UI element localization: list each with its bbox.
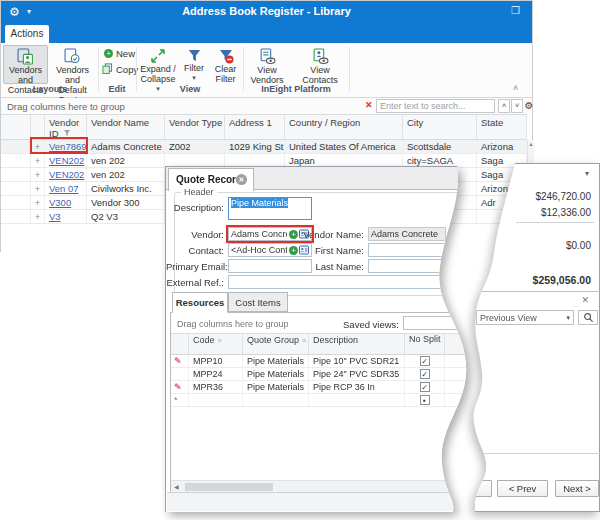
tab-resources[interactable]: Resources: [172, 292, 228, 313]
column-header-vendor-type[interactable]: Vendor Type: [165, 115, 225, 139]
last-name-field[interactable]: [368, 259, 446, 273]
saved-view-combo[interactable]: Previous View ▾: [476, 310, 574, 325]
footer-divider: [470, 453, 600, 454]
panel-close-icon[interactable]: ✕: [581, 295, 589, 305]
prev-button[interactable]: < Prev: [497, 480, 548, 497]
screenshot-stage: ⚙ ▾ Address Book Register - Library ❐ Ac…: [0, 0, 600, 520]
total-amount: $259,056.00: [533, 274, 591, 286]
resources-header-row: Code≡ Quote Group≡ Description No Split: [171, 333, 473, 355]
search-prev-button[interactable]: ˄: [498, 99, 510, 113]
button-label: Expand / Collapse: [139, 64, 177, 84]
contact-label: Contact:: [166, 245, 224, 256]
tab-cost-items[interactable]: Cost Items: [228, 292, 288, 312]
row-expander-icon[interactable]: +: [31, 210, 45, 223]
clear-search-icon[interactable]: ✕: [365, 100, 373, 110]
quote-amount: $246,720.00: [535, 191, 591, 202]
scroll-up-icon[interactable]: ▲: [529, 141, 534, 147]
column-header-description[interactable]: Description: [309, 334, 405, 354]
vendor-label: Vendor:: [166, 229, 224, 240]
no-split-checkbox[interactable]: ✓: [420, 356, 430, 366]
vendor-id-link[interactable]: V300: [49, 197, 71, 208]
no-split-checkbox[interactable]: ✓: [420, 382, 430, 392]
row-expander-icon[interactable]: +: [31, 154, 45, 167]
column-header-no-split[interactable]: No Split: [405, 334, 445, 354]
saved-views-combo[interactable]: [403, 316, 469, 330]
quote-record-dialog-right: ▾ $246,720.00 $12,336.00 $0.00 $259,056.…: [470, 163, 600, 512]
new-resource-row[interactable]: * ▪: [171, 394, 473, 407]
resource-row[interactable]: MPP24 Pipe Materials Pipe 24" PVC SDR35 …: [171, 368, 473, 381]
filter-icon: [187, 48, 202, 63]
vendors-and-contacts-button[interactable]: Vendors and Contacts: [3, 45, 48, 84]
combo-caret-icon: ▾: [566, 314, 570, 322]
clear-filter-button[interactable]: Clear Filter: [210, 45, 241, 84]
copy-button[interactable]: Copy: [102, 63, 138, 76]
column-header-city[interactable]: City: [403, 115, 477, 139]
vendor-id-link[interactable]: V3: [49, 211, 61, 222]
scrollbar-thumb[interactable]: [185, 483, 273, 491]
vendor-id-link[interactable]: VEN202: [49, 155, 84, 166]
filter-button[interactable]: Filter ▾: [180, 45, 208, 84]
vendors-and-default-quotes-button[interactable]: Vendors and Default Quotes: [49, 45, 96, 84]
button-label: View Contacts: [295, 65, 345, 85]
expand-collapse-button[interactable]: Expand / Collapse ▾: [138, 45, 178, 84]
button-label: View Vendors: [243, 65, 291, 85]
clear-filter-icon: [218, 48, 234, 64]
quote-record-dialog: Quote Record ✕ Header Description: Pipe …: [165, 166, 477, 512]
search-input[interactable]: [376, 99, 495, 113]
ribbon: Vendors and Contacts Vendors and Default…: [1, 43, 532, 98]
selected-text: Pipe Materials: [231, 198, 288, 208]
primary-email-label: Primary Email:: [166, 261, 224, 272]
column-header-vendor-name[interactable]: Vendor Name: [87, 115, 165, 139]
external-ref-field[interactable]: [228, 275, 468, 289]
window-restore-icon[interactable]: ❐: [511, 5, 520, 16]
next-button[interactable]: Next >: [555, 480, 599, 497]
column-header-vendor-id[interactable]: Vendor ID: [45, 115, 87, 139]
view-contacts-button[interactable]: View Contacts: [294, 45, 346, 84]
window-title: Address Book Register - Library: [1, 5, 532, 17]
tab-actions[interactable]: Actions: [5, 25, 49, 43]
header-expander-cell: [31, 115, 45, 139]
tax-amount: $12,336.00: [541, 207, 591, 218]
new-row-icon: *: [171, 394, 189, 406]
column-header-address1[interactable]: Address 1: [225, 115, 285, 139]
first-name-field[interactable]: [368, 243, 446, 257]
vendor-id-link[interactable]: VEN202: [49, 169, 84, 180]
resources-horizontal-scrollbar[interactable]: ◀: [171, 480, 473, 492]
column-header-code[interactable]: Code≡: [189, 334, 243, 354]
vendor-id-link[interactable]: Ven 07: [49, 183, 79, 194]
resource-row[interactable]: ✎ MPR36 Pipe Materials Pipe RCP 36 In ✓: [171, 381, 473, 394]
no-split-checkbox[interactable]: ▪: [420, 395, 430, 405]
column-header-state[interactable]: State: [477, 115, 527, 139]
view-vendors-icon: [259, 48, 276, 65]
row-expander-icon[interactable]: +: [31, 182, 45, 195]
vendor-id-annotation-box: [30, 137, 88, 154]
tab-close-icon[interactable]: ✕: [236, 174, 247, 185]
tab-label: Quote Record: [176, 174, 242, 185]
expand-collapse-icon: [150, 48, 166, 64]
column-header-country[interactable]: Country / Region: [285, 115, 403, 139]
view-search-button[interactable]: [578, 310, 598, 325]
group-label-platform: InEight Platform: [244, 84, 348, 94]
titlebar: ⚙ ▾ Address Book Register - Library ❐: [1, 1, 532, 23]
scroll-left-icon[interactable]: ◀: [174, 483, 179, 490]
row-edited-pencil-icon: ✎: [171, 355, 189, 367]
sort-icon: ≡: [218, 337, 222, 344]
view-vendors-button[interactable]: View Vendors: [242, 45, 292, 84]
resource-row[interactable]: ✎ MPP10 Pipe Materials Pipe 10" PVC SDR2…: [171, 355, 473, 368]
description-field[interactable]: Pipe Materials: [228, 197, 312, 220]
row-expander-icon[interactable]: +: [31, 168, 45, 181]
new-plus-icon: +: [104, 49, 113, 58]
resources-body: ✎ MPP10 Pipe Materials Pipe 10" PVC SDR2…: [171, 355, 473, 407]
panel-dropdown-caret-icon[interactable]: ▾: [585, 169, 589, 178]
dialog-footer: [167, 492, 477, 511]
button-label: New: [116, 48, 135, 59]
new-button[interactable]: + New: [102, 48, 135, 59]
groupbox-legend: Header: [181, 187, 217, 197]
column-header-quote-group[interactable]: Quote Group≡: [243, 334, 309, 354]
search-next-button[interactable]: ˅: [511, 99, 523, 113]
ribbon-collapse-icon[interactable]: ˄: [513, 83, 518, 93]
row-expander-icon[interactable]: +: [31, 196, 45, 209]
vendor-name-field: Adams Concrete: [368, 227, 446, 241]
no-split-checkbox[interactable]: ✓: [420, 369, 430, 379]
grid-settings-gear-icon[interactable]: ⚙: [524, 99, 534, 113]
